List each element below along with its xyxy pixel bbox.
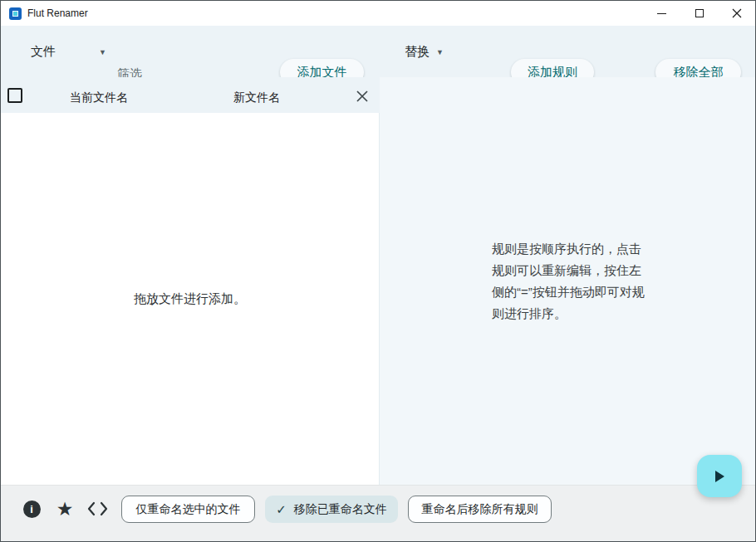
- app-logo-icon: [9, 7, 22, 20]
- rule-type-dropdown[interactable]: 替换: [405, 44, 430, 60]
- window-controls: [643, 1, 755, 26]
- play-icon: [713, 469, 726, 484]
- drop-files-hint: 拖放文件进行添加。: [134, 291, 246, 307]
- file-list-header: [1, 77, 380, 113]
- window-title: Flut Renamer: [27, 7, 88, 19]
- toggle-label: 重命名后移除所有规则: [422, 502, 538, 517]
- app-window: Flut Renamer 文件 ▼ 添加文件 替换 ▼ 添加规则 移除全部 当前…: [0, 0, 756, 542]
- close-icon: [354, 88, 371, 105]
- minimize-icon: [657, 13, 666, 14]
- file-menu-dropdown[interactable]: 文件: [31, 44, 56, 60]
- close-button[interactable]: [718, 1, 755, 26]
- check-icon: ✓: [276, 502, 287, 517]
- close-icon: [732, 8, 742, 18]
- select-all-checkbox[interactable]: [7, 88, 22, 103]
- toolbar: 文件 ▼ 添加文件 替换 ▼ 添加规则 移除全部: [1, 26, 755, 77]
- info-icon: i: [23, 500, 41, 518]
- rules-hint-text: 规则是按顺序执行的，点击规则可以重新编辑，按住左侧的“=”按钮并拖动即可对规则进…: [492, 238, 645, 325]
- code-icon: [86, 501, 109, 516]
- rules-panel: 规则是按顺序执行的，点击规则可以重新编辑，按住左侧的“=”按钮并拖动即可对规则进…: [380, 77, 756, 485]
- titlebar: Flut Renamer: [1, 1, 755, 26]
- star-icon: ★: [56, 500, 74, 519]
- maximize-icon: [695, 9, 704, 17]
- toggle-label: 移除已重命名文件: [294, 502, 387, 517]
- column-current-filename: 当前文件名: [70, 90, 128, 105]
- about-button[interactable]: i: [22, 500, 41, 518]
- chevron-down-icon[interactable]: ▼: [99, 48, 106, 56]
- clear-list-button[interactable]: [354, 88, 371, 105]
- toggle-label: 仅重命名选中的文件: [136, 502, 241, 517]
- minimize-button[interactable]: [643, 1, 680, 26]
- chevron-down-icon[interactable]: ▼: [436, 48, 444, 56]
- source-code-button[interactable]: [86, 501, 109, 516]
- file-drop-area[interactable]: 拖放文件进行添加。: [1, 113, 380, 485]
- maximize-button[interactable]: [680, 1, 718, 26]
- toggle-rename-selected-only[interactable]: 仅重命名选中的文件: [121, 496, 255, 523]
- run-rename-button[interactable]: [697, 455, 742, 497]
- toggle-remove-rules-after-rename[interactable]: 重命名后移除所有规则: [408, 496, 552, 523]
- toggle-remove-renamed-files[interactable]: ✓ 移除已重命名文件: [265, 496, 398, 523]
- favorite-button[interactable]: ★: [55, 499, 75, 519]
- column-new-filename: 新文件名: [233, 90, 280, 105]
